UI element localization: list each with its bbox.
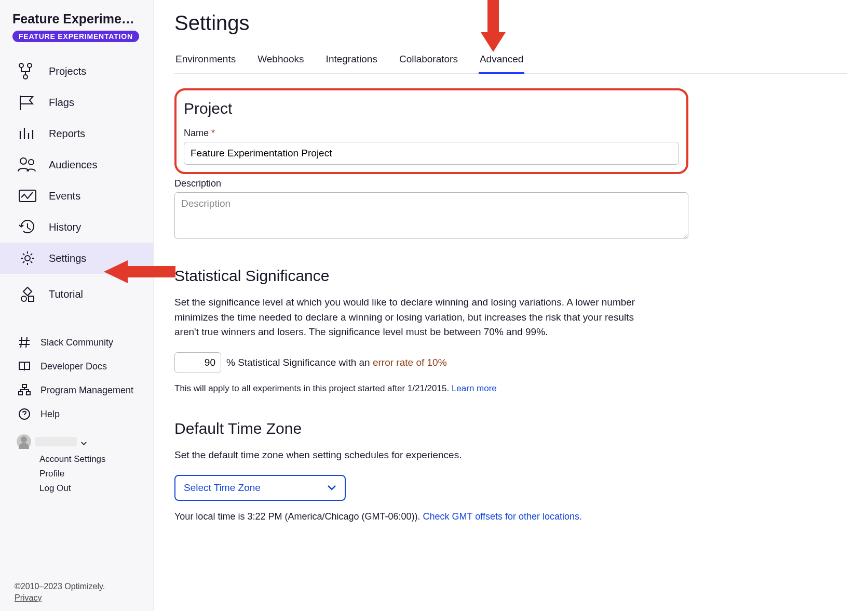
hash-icon <box>17 335 32 350</box>
svg-point-0 <box>19 63 23 68</box>
chevron-down-icon <box>327 485 336 491</box>
svg-point-1 <box>28 63 32 68</box>
org-icon <box>17 382 32 398</box>
nav-label: Projects <box>49 65 86 77</box>
nav-item-help[interactable]: Help <box>0 402 153 426</box>
nav-label: Slack Community <box>40 337 113 348</box>
project-name-input[interactable] <box>184 142 679 165</box>
timezone-select[interactable]: Select Time Zone <box>174 475 346 501</box>
page-title: Settings <box>174 11 847 35</box>
nav-label: Flags <box>49 97 74 109</box>
copyright: ©2010–2023 Optimizely. <box>15 582 141 591</box>
settings-icon <box>17 249 38 268</box>
sidebar: Feature Experiment... FEATURE EXPERIMENT… <box>0 0 154 611</box>
nav-label: Reports <box>49 128 85 140</box>
svg-point-2 <box>23 75 28 79</box>
settings-tabs: Environments Webhooks Integrations Colla… <box>174 50 847 74</box>
tutorial-icon <box>17 285 38 303</box>
nav-item-slack[interactable]: Slack Community <box>0 330 153 354</box>
nav-item-events[interactable]: Events <box>0 180 153 211</box>
annotation-arrow-down <box>478 0 509 57</box>
svg-point-6 <box>25 256 30 261</box>
significance-helper: This will apply to all experiments in th… <box>174 383 688 394</box>
tab-environments[interactable]: Environments <box>174 50 237 73</box>
svg-point-4 <box>29 160 34 165</box>
nav-label: Settings <box>49 253 86 264</box>
svg-point-3 <box>20 158 26 164</box>
history-icon <box>17 218 38 236</box>
project-heading: Project <box>184 100 679 117</box>
annotation-arrow-left <box>98 258 175 286</box>
name-label: Name * <box>184 128 679 139</box>
nav-item-history[interactable]: History <box>0 211 153 243</box>
nav-item-flags[interactable]: Flags <box>0 87 153 118</box>
tab-webhooks[interactable]: Webhooks <box>256 50 305 73</box>
reports-icon <box>17 124 38 143</box>
svg-point-7 <box>21 296 26 301</box>
privacy-link[interactable]: Privacy <box>15 593 42 603</box>
nav-label: Events <box>49 190 80 202</box>
projects-icon <box>17 62 38 81</box>
learn-more-link[interactable]: Learn more <box>452 383 497 393</box>
significance-suffix: % Statistical Significance with an error… <box>226 357 447 368</box>
project-description-input[interactable] <box>174 192 688 239</box>
account-name-redacted <box>35 437 77 446</box>
account-settings-link[interactable]: Account Settings <box>39 452 141 467</box>
product-badge: FEATURE EXPERIMENTATION <box>12 31 139 42</box>
gmt-offsets-link[interactable]: Check GMT offsets for other locations. <box>423 511 582 522</box>
tab-collaborators[interactable]: Collaborators <box>398 50 459 73</box>
profile-link[interactable]: Profile <box>39 467 141 481</box>
tab-integrations[interactable]: Integrations <box>325 50 378 73</box>
nav-label: Program Management <box>40 385 133 396</box>
nav-label: Audiences <box>49 159 97 171</box>
timezone-body: Set the default time zone when setting s… <box>174 448 657 463</box>
significance-heading: Statistical Significance <box>174 267 688 285</box>
secondary-nav: Slack Community Developer Docs Program M… <box>0 330 153 426</box>
svg-rect-11 <box>26 392 30 395</box>
svg-rect-10 <box>19 392 22 395</box>
main-content: Settings Environments Webhooks Integrati… <box>154 0 868 611</box>
avatar <box>17 434 31 449</box>
project-title: Feature Experiment... <box>12 11 141 26</box>
error-rate-link[interactable]: error rate of 10% <box>373 357 447 368</box>
logout-link[interactable]: Log Out <box>39 481 141 496</box>
nav-item-projects[interactable]: Projects <box>0 56 153 87</box>
help-icon <box>17 406 32 422</box>
svg-rect-9 <box>22 384 26 388</box>
account-toggle[interactable]: ⌵ <box>17 434 141 449</box>
timezone-placeholder: Select Time Zone <box>184 482 261 494</box>
book-icon <box>17 358 32 374</box>
nav-label: Tutorial <box>49 288 83 300</box>
nav-item-reports[interactable]: Reports <box>0 118 153 149</box>
account-block: ⌵ Account Settings Profile Log Out <box>0 426 153 500</box>
significance-body: Set the significance level at which you … <box>174 295 657 340</box>
description-label: Description <box>174 178 688 189</box>
significance-input[interactable] <box>174 352 221 373</box>
svg-rect-5 <box>19 190 36 202</box>
audiences-icon <box>17 155 38 174</box>
nav-label: History <box>49 221 81 233</box>
svg-rect-8 <box>29 296 34 301</box>
flags-icon <box>17 93 38 112</box>
chevron-down-icon: ⌵ <box>81 436 87 447</box>
nav-item-docs[interactable]: Developer Docs <box>0 354 153 378</box>
nav-label: Developer Docs <box>40 361 107 372</box>
project-highlight: Project Name * <box>174 88 688 174</box>
events-icon <box>17 187 38 205</box>
nav-item-program[interactable]: Program Management <box>0 378 153 402</box>
timezone-heading: Default Time Zone <box>174 420 688 437</box>
nav-item-audiences[interactable]: Audiences <box>0 149 153 180</box>
timezone-helper: Your local time is 3:22 PM (America/Chic… <box>174 511 688 522</box>
nav-label: Help <box>40 409 60 420</box>
